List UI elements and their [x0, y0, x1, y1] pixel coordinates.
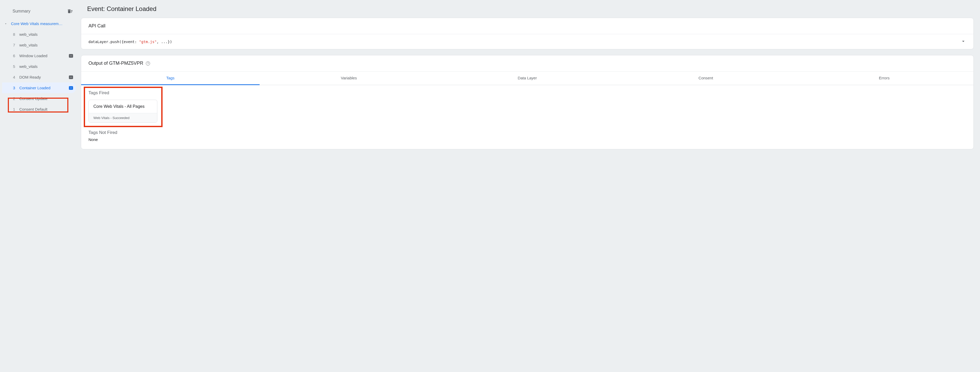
main-content: Event: Container Loaded API Call dataLay… — [78, 0, 980, 160]
event-label: web_vitals — [19, 43, 73, 47]
event-label: DOM Ready — [19, 75, 65, 79]
code-badge-icon — [69, 75, 73, 79]
sidebar-item-dom-ready[interactable]: 4DOM Ready — [2, 72, 76, 83]
event-number: 7 — [13, 43, 16, 47]
event-number: 1 — [13, 107, 16, 112]
event-label: web_vitals — [19, 32, 73, 37]
code-badge-icon — [69, 86, 73, 90]
api-call-header: API Call — [81, 18, 974, 34]
tab-variables[interactable]: Variables — [259, 72, 438, 85]
tree-root-label: Core Web Vitals measurem… — [11, 21, 73, 26]
event-number: 8 — [13, 32, 16, 37]
sidebar-item-container-loaded[interactable]: 3Container Loaded — [2, 83, 76, 93]
chevron-down-icon[interactable] — [961, 38, 966, 45]
event-number: 6 — [13, 54, 16, 58]
output-tabs: TagsVariablesData LayerConsentErrors — [81, 72, 974, 85]
tags-fired-heading: Tags Fired — [88, 90, 966, 96]
fired-tag-card[interactable]: Core Web Vitals - All Pages Web Vitals -… — [88, 100, 158, 123]
event-number: 5 — [13, 64, 16, 69]
event-label: Consent Default — [19, 107, 73, 112]
sidebar-item-consent-update[interactable]: 2Consent Update — [2, 93, 76, 104]
tab-errors[interactable]: Errors — [795, 72, 974, 85]
code-badge-icon — [69, 54, 73, 58]
event-number: 3 — [13, 86, 16, 90]
event-number: 4 — [13, 75, 16, 79]
sidebar-item-web_vitals[interactable]: 7web_vitals — [2, 40, 76, 50]
delete-sweep-icon[interactable] — [67, 8, 73, 14]
api-call-body[interactable]: dataLayer.push({event: "gtm.js", ...}) — [81, 34, 974, 49]
tags-not-fired-heading: Tags Not Fired — [88, 130, 966, 135]
tab-data-layer[interactable]: Data Layer — [438, 72, 617, 85]
api-call-card: API Call dataLayer.push({event: "gtm.js"… — [81, 18, 974, 49]
tab-consent[interactable]: Consent — [617, 72, 795, 85]
sidebar-item-window-loaded[interactable]: 6Window Loaded — [2, 50, 76, 61]
tags-not-fired-value: None — [88, 137, 966, 142]
tab-tags[interactable]: Tags — [81, 72, 259, 85]
event-number: 2 — [13, 96, 16, 101]
tags-panel: Tags Fired Core Web Vitals - All Pages W… — [81, 85, 974, 149]
sidebar: Summary Core Web Vitals measurem… 8web_v… — [0, 0, 78, 160]
api-call-code: dataLayer.push({event: "gtm.js", ...}) — [88, 40, 172, 44]
event-label: Container Loaded — [19, 86, 65, 90]
tree-root[interactable]: Core Web Vitals measurem… — [2, 18, 76, 29]
output-card: Output of GTM-PMZ5VPR ? TagsVariablesDat… — [81, 55, 974, 149]
summary-label: Summary — [13, 9, 30, 14]
output-header: Output of GTM-PMZ5VPR ? — [81, 55, 974, 72]
help-icon[interactable]: ? — [146, 61, 150, 65]
event-label: Consent Update — [19, 96, 73, 101]
sidebar-item-web_vitals[interactable]: 8web_vitals — [2, 29, 76, 40]
sidebar-item-consent-default[interactable]: 1Consent Default — [2, 104, 76, 115]
page-title: Event: Container Loaded — [81, 5, 974, 13]
summary-header: Summary — [2, 4, 76, 18]
event-label: web_vitals — [19, 64, 73, 69]
caret-down-icon — [4, 22, 7, 26]
event-label: Window Loaded — [19, 54, 65, 58]
tag-card-title: Core Web Vitals - All Pages — [89, 100, 157, 113]
sidebar-item-web_vitals[interactable]: 5web_vitals — [2, 61, 76, 72]
tag-card-status: Web Vitals - Succeeded — [89, 113, 157, 123]
